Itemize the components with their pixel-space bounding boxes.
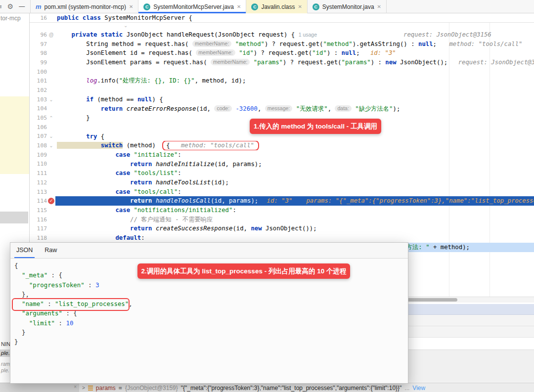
code-line-114[interactable]: 114✓ return handleToolsCall(id, params);…: [30, 196, 534, 206]
tab-json[interactable]: JSON: [10, 243, 39, 258]
close-icon[interactable]: ✕: [237, 4, 241, 9]
json-panel-tabs: JSON Raw: [10, 243, 408, 259]
tab-system-monitor[interactable]: C SystemMonitor.java ✕: [308, 0, 387, 13]
gutter[interactable]: 105⌃: [30, 113, 55, 123]
code-line-109[interactable]: 109 case "initialize":: [30, 150, 534, 160]
code-token: handleToolsCall: [156, 197, 211, 204]
code-text[interactable]: case "notifications/initialized":: [55, 206, 534, 215]
code-token: null: [342, 49, 356, 56]
code-line-99[interactable]: 99 JsonElement params = request.has( mem…: [30, 58, 534, 67]
project-scrollbar-thumb[interactable]: [0, 212, 28, 223]
code-text[interactable]: public class SystemMonitorMcpServer {: [55, 13, 192, 23]
code-text[interactable]: [55, 86, 534, 95]
code-line-117[interactable]: 117 return createSuccessResponse(id, new…: [30, 224, 534, 233]
code-token: "limit": [14, 319, 55, 327]
gutter[interactable]: 98: [30, 48, 55, 58]
gutter[interactable]: 99: [30, 58, 55, 67]
gutter[interactable]: 112: [30, 178, 55, 187]
code-token: "id": [235, 49, 254, 56]
tab-raw[interactable]: Raw: [39, 243, 63, 258]
gutter[interactable]: 96@: [30, 30, 55, 40]
code-text[interactable]: case "tools/list":: [55, 169, 534, 178]
code-text[interactable]: String method = request.has( memberName:…: [55, 40, 534, 49]
code-line-118[interactable]: 118 default:: [30, 233, 534, 243]
code-text[interactable]: [55, 67, 534, 77]
code-token: 115: [31, 207, 47, 214]
expand-chevron-icon[interactable]: >: [82, 385, 85, 391]
close-icon[interactable]: ✕: [377, 4, 381, 9]
code-text[interactable]: return createSuccessResponse(id, new Jso…: [55, 224, 534, 233]
fold-region-icon[interactable]: ⌄: [124, 23, 128, 28]
json-line: }: [14, 337, 408, 347]
code-line-104[interactable]: 104 return createErrorResponse(id, code:…: [30, 104, 534, 114]
code-text[interactable]: JsonElement params = request.has( member…: [55, 58, 534, 67]
gutter[interactable]: 103⌄: [30, 95, 55, 104]
debug-variables-row[interactable]: × > params = {JsonObject@3159} "{"_meta"…: [0, 383, 534, 392]
code-token: memberName:: [192, 41, 231, 47]
code-line-110[interactable]: 110 return handleInitialize(id, params);: [30, 160, 534, 169]
code-text[interactable]: case "tools/call":: [55, 187, 534, 197]
code-line-16[interactable]: 16public class SystemMonitorMcpServer {: [30, 13, 192, 23]
code-line-96[interactable]: 96@ private static JsonObject handleRequ…: [30, 30, 534, 40]
gutter[interactable]: 114✓: [30, 196, 55, 206]
variable-name[interactable]: params: [96, 385, 116, 392]
tab-system-monitor-mcp-server[interactable]: C SystemMonitorMcpServer.java ✕: [138, 0, 246, 13]
code-line-115[interactable]: 115 case "notifications/initialized":: [30, 206, 534, 215]
tab-javalin-class[interactable]: C Javalin.class ✕: [246, 0, 307, 13]
maven-icon: m: [36, 3, 42, 10]
code-text[interactable]: // 客户端通知 - 不需要响应: [55, 215, 534, 224]
gutter[interactable]: 117: [30, 224, 55, 233]
code-text[interactable]: if (method == null) {: [55, 95, 534, 104]
code-text[interactable]: JsonElement id = request.has( memberName…: [55, 48, 534, 58]
gutter[interactable]: 97: [30, 40, 55, 49]
code-text[interactable]: case "initialize":: [55, 150, 534, 160]
gutter[interactable]: 111: [30, 169, 55, 178]
code-line-102[interactable]: 102: [30, 86, 534, 95]
code-text[interactable]: log.info("处理方法: {}, ID: {}", method, id)…: [55, 76, 534, 86]
gear-icon[interactable]: ⚙: [7, 2, 14, 10]
close-icon[interactable]: ×: [74, 384, 77, 390]
view-link[interactable]: View: [412, 385, 425, 392]
code-token: },: [14, 291, 29, 298]
code-text[interactable]: switch (method) { method: "tools/call": [55, 141, 534, 150]
code-text[interactable]: return handleInitialize(id, params);: [55, 160, 534, 169]
gutter[interactable]: 118: [30, 233, 55, 243]
gutter[interactable]: 101: [30, 76, 55, 86]
code-line-98[interactable]: 98 JsonElement id = request.has( memberN…: [30, 48, 534, 58]
gutter[interactable]: 100: [30, 67, 55, 77]
code-text[interactable]: default:: [55, 233, 534, 243]
menu-icon[interactable]: ≡: [0, 3, 2, 10]
sticky-header-line[interactable]: 16public class SystemMonitorMcpServer {: [30, 13, 534, 23]
gutter[interactable]: 115: [30, 206, 55, 215]
code-line-97[interactable]: 97 String method = request.has( memberNa…: [30, 40, 534, 49]
code-text[interactable]: private static JsonObject handleRequest(…: [55, 30, 534, 40]
code-line-112[interactable]: 112 return handleToolsList(id);: [30, 178, 534, 187]
gutter[interactable]: 16: [30, 13, 55, 23]
close-icon[interactable]: ✕: [298, 4, 302, 9]
code-line-116[interactable]: 116 // 客户端通知 - 不需要响应: [30, 215, 534, 224]
code-text[interactable]: return handleToolsCall(id, params); id: …: [55, 196, 534, 206]
code-text[interactable]: return createErrorResponse(id, code: -32…: [55, 104, 534, 114]
code-token: return: [57, 225, 156, 232]
gutter[interactable]: 107⌄: [30, 132, 55, 141]
gutter[interactable]: 104: [30, 104, 55, 114]
code-text[interactable]: return handleToolsList(id);: [55, 178, 534, 187]
minimize-icon[interactable]: —: [19, 3, 25, 10]
breakpoint-icon[interactable]: ✓: [48, 198, 54, 204]
code-line-100[interactable]: 100: [30, 67, 534, 77]
tab-pom-xml[interactable]: m pom.xml (system-monitor-mcp) ✕: [31, 0, 138, 13]
gutter[interactable]: 113: [30, 187, 55, 197]
gutter[interactable]: 106: [30, 123, 55, 132]
close-icon[interactable]: ✕: [129, 4, 133, 9]
gutter[interactable]: 102: [30, 86, 55, 95]
code-line-111[interactable]: 111 case "tools/list":: [30, 169, 534, 178]
gutter[interactable]: 108⌄: [30, 141, 55, 150]
code-line-113[interactable]: 113 case "tools/call":: [30, 187, 534, 197]
json-viewer-panel[interactable]: JSON Raw { "_meta" : { "progressToken" :…: [10, 242, 408, 384]
code-line-101[interactable]: 101 log.info("处理方法: {}, ID: {}", method,…: [30, 76, 534, 86]
code-line-108[interactable]: 108⌄ switch (method) { method: "tools/ca…: [30, 141, 534, 150]
code-line-103[interactable]: 103⌄ if (method == null) {: [30, 95, 534, 104]
gutter[interactable]: 116: [30, 215, 55, 224]
gutter[interactable]: 110: [30, 160, 55, 169]
gutter[interactable]: 109: [30, 150, 55, 160]
